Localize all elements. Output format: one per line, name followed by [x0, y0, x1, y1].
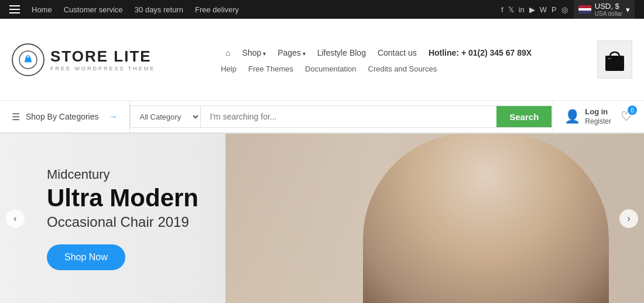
nav-credits[interactable]: Credits and Sources — [368, 64, 437, 73]
hero-banner: Midcentury Ultra Modern Occasional Chair… — [0, 134, 644, 303]
social-icons: f 𝕏 in ▶ W P ◎ — [501, 5, 568, 14]
logo-icon — [12, 43, 44, 76]
facebook-icon[interactable]: f — [501, 5, 503, 14]
currency-selector[interactable]: USD, $ USA dollar ▾ — [574, 0, 635, 19]
flag-icon — [578, 5, 591, 13]
top-bar-left: Home Customer service 30 days return Fre… — [9, 5, 239, 14]
youtube-icon[interactable]: ▶ — [529, 5, 535, 14]
top-nav-returns[interactable]: 30 days return — [135, 5, 183, 14]
hero-description: Occasional Chair 2019 — [47, 214, 198, 230]
shop-by-categories[interactable]: ☰ Shop By Categories → — [0, 101, 130, 132]
logo-subtitle: FREE WORDPRESS THEME — [50, 66, 155, 72]
logo-title: STORE LITE — [50, 47, 155, 66]
logo-text: STORE LITE FREE WORDPRESS THEME — [50, 47, 155, 72]
top-nav-home[interactable]: Home — [32, 5, 52, 14]
chevron-down-icon: ▾ — [626, 5, 630, 14]
shop-by-label: Shop By Categories — [26, 112, 99, 121]
bag-logo-icon — [19, 50, 37, 69]
list-icon: ☰ — [12, 111, 20, 122]
login-text: Log in Register — [585, 107, 611, 126]
cart-bag-icon — [602, 45, 628, 74]
search-button[interactable]: Search — [496, 106, 551, 127]
wishlist-button[interactable]: ♡ 0 — [621, 109, 632, 124]
hamburger-menu[interactable] — [9, 5, 20, 13]
hotline: Hotline: + 01(2) 345 67 89X — [429, 48, 532, 57]
hero-person-image — [363, 134, 609, 303]
nav-help[interactable]: Help — [221, 64, 237, 73]
arrow-right-icon: → — [109, 112, 118, 121]
hero-content: Midcentury Ultra Modern Occasional Chair… — [0, 167, 198, 270]
main-nav-area: ⌂ Shop Pages Lifestyle Blog Contact us H… — [221, 46, 532, 73]
twitter-icon[interactable]: 𝕏 — [508, 5, 514, 14]
hero-next-button[interactable]: › — [619, 209, 638, 228]
user-icon: 👤 — [564, 109, 580, 124]
wordpress-icon[interactable]: W — [540, 5, 547, 14]
register-label: Register — [585, 117, 611, 127]
user-actions: 👤 Log in Register ♡ 0 — [552, 101, 644, 132]
hero-title: Ultra Modern — [47, 185, 198, 212]
category-select[interactable]: All Category — [131, 106, 201, 127]
hero-subtitle: Midcentury — [47, 167, 198, 182]
nav-home-icon[interactable]: ⌂ — [221, 46, 235, 60]
search-input[interactable] — [201, 112, 497, 121]
pinterest-icon[interactable]: P — [551, 5, 557, 14]
login-register[interactable]: 👤 Log in Register — [564, 107, 611, 126]
nav-pages[interactable]: Pages — [273, 46, 310, 60]
hero-prev-button[interactable]: ‹ — [6, 209, 25, 228]
nav-documentation[interactable]: Documentation — [305, 64, 356, 73]
linkedin-icon[interactable]: in — [519, 5, 525, 14]
top-bar-right: f 𝕏 in ▶ W P ◎ USD, $ USA dollar ▾ — [501, 0, 635, 19]
logo[interactable]: STORE LITE FREE WORDPRESS THEME — [12, 43, 155, 76]
currency-label: USD, $ USA dollar — [595, 2, 622, 17]
nav-lifestyle[interactable]: Lifestyle Blog — [313, 46, 371, 60]
svg-rect-2 — [608, 58, 611, 59]
header: STORE LITE FREE WORDPRESS THEME ⌂ Shop P… — [0, 19, 644, 101]
top-bar: Home Customer service 30 days return Fre… — [0, 0, 644, 19]
top-nav-customer-service[interactable]: Customer service — [64, 5, 123, 14]
svg-rect-1 — [605, 56, 624, 71]
instagram-icon[interactable]: ◎ — [561, 5, 568, 14]
shop-now-button[interactable]: Shop Now — [47, 244, 125, 270]
wishlist-badge: 0 — [628, 105, 637, 115]
nav-free-themes[interactable]: Free Themes — [248, 64, 293, 73]
nav-top: ⌂ Shop Pages Lifestyle Blog Contact us H… — [221, 46, 532, 60]
login-label: Log in — [585, 107, 611, 117]
cart-button[interactable] — [597, 40, 632, 79]
search-bar-section: ☰ Shop By Categories → All Category Sear… — [0, 101, 644, 134]
nav-contact[interactable]: Contact us — [373, 46, 422, 60]
top-nav: Home Customer service 30 days return Fre… — [32, 5, 239, 14]
nav-shop[interactable]: Shop — [238, 46, 270, 60]
search-form: All Category Search — [130, 105, 553, 128]
nav-bottom: Help Free Themes Documentation Credits a… — [221, 64, 437, 73]
top-nav-delivery[interactable]: Free delivery — [195, 5, 239, 14]
